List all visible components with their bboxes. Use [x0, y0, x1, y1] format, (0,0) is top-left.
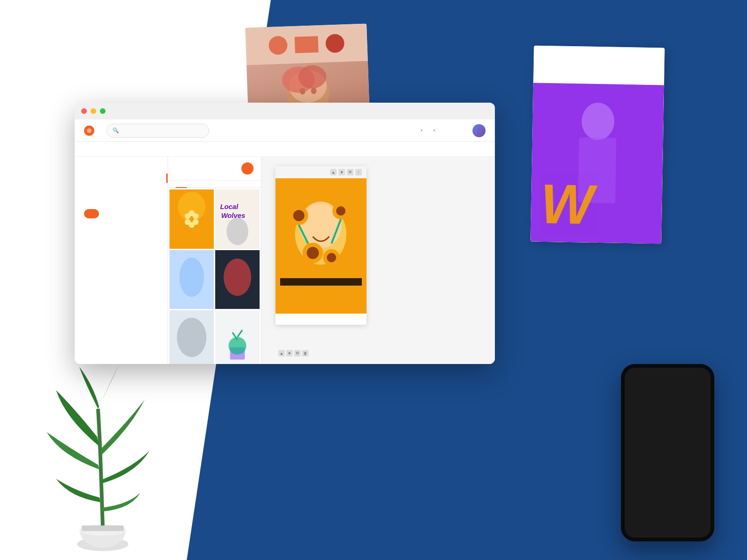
assets-tab-media[interactable]: [176, 181, 187, 188]
main-content: Local Wolves: [75, 157, 495, 364]
mag2-body: W: [530, 83, 664, 244]
read-chevron-icon: ▾: [421, 128, 423, 133]
svg-point-23: [226, 217, 248, 245]
issuu-navbar: ◎ 🔍 ▾ ▾: [75, 119, 495, 142]
page4-section: ▲ ▼ ⧉ 🗑: [275, 350, 309, 357]
browser-close-dot[interactable]: [81, 108, 87, 114]
sidebar-item-preview[interactable]: [75, 192, 168, 202]
page-delete-icon[interactable]: ⋮: [355, 169, 362, 175]
assets-add-button[interactable]: [241, 162, 254, 175]
navbar-resources[interactable]: ▾: [432, 128, 435, 133]
svg-point-47: [307, 247, 319, 259]
page4-delete-icon[interactable]: 🗑: [302, 350, 309, 357]
assets-grid: Local Wolves: [168, 188, 261, 364]
resources-chevron-icon: ▾: [433, 128, 435, 133]
svg-rect-54: [82, 525, 124, 531]
phone-screen: [625, 368, 711, 538]
svg-point-45: [336, 206, 345, 216]
story-page-card: ▲ ▼ ⧉ ⋮: [275, 166, 366, 325]
sidebar-item-assets[interactable]: [75, 174, 168, 183]
assets-header: [168, 157, 261, 181]
asset-thumb-6[interactable]: [215, 310, 260, 364]
browser-minimize-dot[interactable]: [91, 108, 96, 114]
svg-text:Wolves: Wolves: [221, 212, 245, 219]
asset-thumb-3[interactable]: [169, 250, 214, 309]
svg-point-29: [177, 318, 206, 357]
mag1-top-design: [245, 24, 368, 65]
plant-decoration: [37, 362, 168, 560]
story-page-image: [275, 178, 366, 314]
page4-controls: ▲ ▼ ⧉ 🗑: [278, 350, 309, 357]
story-editor: ▲ ▼ ⧉ ⋮: [261, 157, 495, 364]
story-page-header: ▲ ▼ ⧉ ⋮: [275, 166, 366, 178]
user-avatar[interactable]: [472, 124, 486, 137]
story-quote-overlay: [280, 278, 362, 286]
page4-up-icon[interactable]: ▲: [278, 350, 285, 357]
asset-thumb-4[interactable]: [215, 250, 260, 309]
svg-text:W: W: [540, 172, 598, 236]
mag1-circle1: [268, 36, 288, 55]
sidebar-description: [75, 226, 168, 233]
browser-titlebar: [75, 103, 495, 119]
asset-thumb-2[interactable]: Local Wolves: [215, 189, 260, 249]
svg-point-25: [179, 257, 204, 296]
assets-panel: Local Wolves: [168, 157, 261, 364]
assets-tabs: [168, 181, 261, 188]
sidebar-item-settings[interactable]: [75, 183, 168, 192]
assets-tab-text[interactable]: [187, 181, 198, 188]
issuu-search-bar[interactable]: 🔍: [106, 124, 209, 138]
svg-point-18: [185, 219, 191, 225]
mag2-illustration: W: [530, 83, 664, 244]
page4-copy-icon[interactable]: ⧉: [294, 350, 301, 357]
svg-point-43: [293, 210, 304, 221]
svg-point-27: [224, 259, 251, 296]
svg-text:Local: Local: [220, 203, 239, 210]
page4-down-icon[interactable]: ▼: [286, 350, 293, 357]
story-page-controls: ▲ ▼ ⧉ ⋮: [330, 169, 362, 175]
issuu-icon: ◎: [84, 126, 94, 136]
asset-thumb-5[interactable]: [169, 310, 214, 364]
create-story-button[interactable]: [84, 209, 99, 218]
page-copy-icon[interactable]: ⧉: [347, 169, 353, 175]
page-up-icon[interactable]: ▲: [330, 169, 337, 175]
svg-point-49: [327, 253, 336, 262]
page-down-icon[interactable]: ▼: [338, 169, 345, 175]
sidebar: [75, 157, 168, 364]
sidebar-item-style[interactable]: [75, 164, 168, 174]
browser-maximize-dot[interactable]: [100, 108, 106, 114]
phone-mockup: [621, 364, 714, 541]
magazine-cover-2: W: [530, 46, 664, 244]
svg-point-19: [185, 213, 191, 219]
plant-svg: [37, 362, 168, 558]
breadcrumb: [75, 142, 495, 157]
search-icon: 🔍: [113, 127, 119, 133]
mag1-rect: [295, 36, 318, 53]
issuu-logo[interactable]: ◎: [84, 126, 97, 136]
browser-window: ◎ 🔍 ▾ ▾: [75, 103, 495, 364]
asset-thumb-1[interactable]: [169, 189, 214, 249]
mag1-circle2: [325, 34, 345, 53]
svg-point-15: [193, 213, 199, 219]
navbar-read[interactable]: ▾: [419, 128, 423, 133]
mag2-header: [533, 46, 664, 85]
